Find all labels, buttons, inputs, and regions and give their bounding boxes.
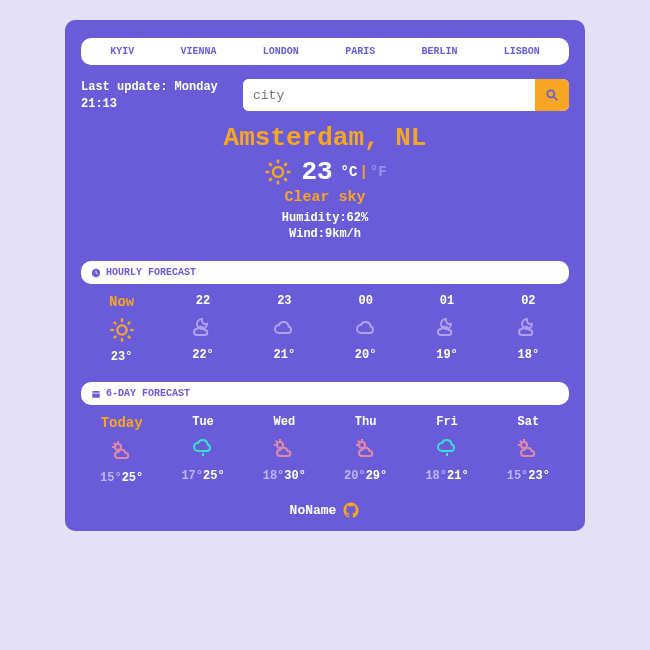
daily-item: Today 15°25° xyxy=(81,415,162,485)
weather-app: KYIV VIENNA LONDON PARIS BERLIN LISBON L… xyxy=(65,20,585,531)
moon-cloud-icon xyxy=(488,312,569,344)
sun-icon xyxy=(263,157,293,187)
city-tab[interactable]: LONDON xyxy=(263,46,299,57)
city-tab[interactable]: LISBON xyxy=(504,46,540,57)
rain-icon xyxy=(406,433,487,465)
hour-label: 22 xyxy=(162,294,243,308)
svg-line-20 xyxy=(127,322,129,324)
day-temps: 15°23° xyxy=(488,469,569,483)
city-tab[interactable]: BERLIN xyxy=(421,46,457,57)
day-label: Fri xyxy=(406,415,487,429)
sun-cloud-icon xyxy=(488,433,569,465)
daily-header: 6-DAY FORECAST xyxy=(81,382,569,405)
day-temps: 20°29° xyxy=(325,469,406,483)
daily-grid: Today 15°25°Tue 17°25°Wed 18°30°Thu 20°2… xyxy=(81,415,569,485)
current-temp: 23 xyxy=(301,157,332,187)
day-temps: 18°21° xyxy=(406,469,487,483)
svg-line-19 xyxy=(113,336,115,338)
city-tab[interactable]: PARIS xyxy=(345,46,375,57)
hour-temp: 23° xyxy=(81,350,162,364)
hourly-grid: Now 23°22 22°23 21°00 20°01 19°02 18° xyxy=(81,294,569,364)
hour-label: 23 xyxy=(244,294,325,308)
cloud-icon xyxy=(244,312,325,344)
sun-cloud-icon xyxy=(325,433,406,465)
svg-line-7 xyxy=(270,163,273,166)
sun-cloud-icon xyxy=(244,433,325,465)
hourly-item: 22 22° xyxy=(162,294,243,364)
sun-cloud-icon xyxy=(81,435,162,467)
last-update: Last update: Monday 21:13 xyxy=(81,79,231,113)
day-label: Wed xyxy=(244,415,325,429)
svg-line-18 xyxy=(127,336,129,338)
hourly-title: HOURLY FORECAST xyxy=(106,267,196,278)
hour-temp: 21° xyxy=(244,348,325,362)
daily-item: Fri 18°21° xyxy=(406,415,487,485)
hour-label: 00 xyxy=(325,294,406,308)
city-tab[interactable]: KYIV xyxy=(110,46,134,57)
unit-celsius[interactable]: °C xyxy=(341,164,358,180)
moon-cloud-icon xyxy=(406,312,487,344)
hour-temp: 20° xyxy=(325,348,406,362)
author-name: NoName xyxy=(290,503,337,518)
svg-point-2 xyxy=(273,167,283,177)
weather-description: Clear sky xyxy=(81,189,569,206)
daily-item: Wed 18°30° xyxy=(244,415,325,485)
daily-title: 6-DAY FORECAST xyxy=(106,388,190,399)
current-weather: 23 °C|°F Clear sky Humidity:62% Wind:9km… xyxy=(81,157,569,244)
svg-rect-21 xyxy=(92,391,100,398)
moon-cloud-icon xyxy=(162,312,243,344)
daily-item: Thu 20°29° xyxy=(325,415,406,485)
hourly-header: HOURLY FORECAST xyxy=(81,261,569,284)
sun-icon xyxy=(81,314,162,346)
search-button[interactable] xyxy=(535,79,569,111)
svg-point-0 xyxy=(547,90,554,97)
hour-label: 01 xyxy=(406,294,487,308)
hourly-item: 00 20° xyxy=(325,294,406,364)
svg-line-31 xyxy=(276,441,277,442)
hour-temp: 18° xyxy=(488,348,569,362)
cloud-icon xyxy=(325,312,406,344)
search-bar xyxy=(243,79,569,111)
unit-fahrenheit[interactable]: °F xyxy=(370,164,387,180)
location-title: Amsterdam, NL xyxy=(81,123,569,153)
hourly-item: 02 18° xyxy=(488,294,569,364)
svg-line-35 xyxy=(357,441,358,442)
day-label: Thu xyxy=(325,415,406,429)
unit-separator: | xyxy=(359,164,367,180)
day-temps: 17°25° xyxy=(162,469,243,483)
day-label: Sat xyxy=(488,415,569,429)
footer: NoName xyxy=(81,501,569,519)
github-icon[interactable] xyxy=(342,501,360,519)
svg-line-1 xyxy=(554,97,558,101)
svg-line-17 xyxy=(113,322,115,324)
hourly-item: 23 21° xyxy=(244,294,325,364)
day-temps: 15°25° xyxy=(81,471,162,485)
rain-icon xyxy=(162,433,243,465)
svg-line-8 xyxy=(285,178,288,181)
daily-item: Tue 17°25° xyxy=(162,415,243,485)
city-tabs: KYIV VIENNA LONDON PARIS BERLIN LISBON xyxy=(81,38,569,65)
hour-label: 02 xyxy=(488,294,569,308)
svg-line-10 xyxy=(285,163,288,166)
humidity: Humidity:62% xyxy=(81,210,569,227)
hour-temp: 22° xyxy=(162,348,243,362)
day-label: Today xyxy=(81,415,162,431)
hourly-item: 01 19° xyxy=(406,294,487,364)
search-input[interactable] xyxy=(243,79,535,111)
day-label: Tue xyxy=(162,415,243,429)
hour-label: Now xyxy=(81,294,162,310)
wind: Wind:9km/h xyxy=(81,226,569,243)
day-temps: 18°30° xyxy=(244,469,325,483)
search-icon xyxy=(545,88,559,102)
svg-line-9 xyxy=(270,178,273,181)
hourly-item: Now 23° xyxy=(81,294,162,364)
svg-point-12 xyxy=(117,326,126,335)
hour-temp: 19° xyxy=(406,348,487,362)
daily-item: Sat 15°23° xyxy=(488,415,569,485)
clock-icon xyxy=(91,268,101,278)
city-tab[interactable]: VIENNA xyxy=(180,46,216,57)
calendar-icon xyxy=(91,389,101,399)
svg-line-40 xyxy=(520,441,521,442)
svg-line-26 xyxy=(113,443,114,444)
